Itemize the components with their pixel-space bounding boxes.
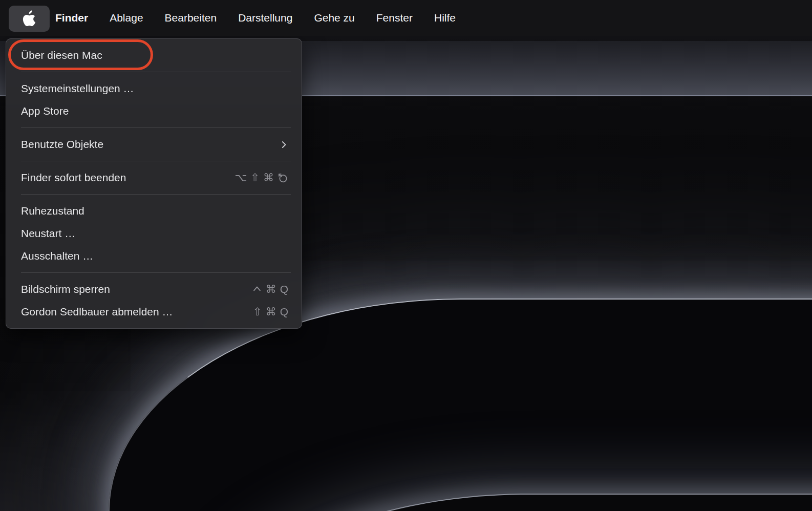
wallpaper-rounded-shape-inner	[221, 494, 812, 511]
shift-key-icon: ⇧	[253, 306, 262, 318]
menubar-item-darstellung[interactable]: Darstellung	[238, 12, 292, 24]
menu-separator	[21, 72, 291, 72]
menu-item-bildschirm-sperren[interactable]: Bildschirm sperren⌘Q	[6, 278, 302, 301]
command-key-icon: ⌘	[263, 172, 274, 184]
menu-item-app-store[interactable]: App Store	[6, 100, 302, 122]
menubar-item-hilfe[interactable]: Hilfe	[434, 12, 456, 24]
menu-item-label: Systemeinstellungen …	[21, 82, 288, 95]
menu-item-finder-sofort-beenden[interactable]: Finder sofort beenden⌥⇧⌘	[6, 166, 302, 189]
menu-separator	[21, 194, 291, 195]
shortcut-key: Q	[280, 283, 288, 295]
menu-item-gordon-sedlbauer-abmelden[interactable]: Gordon Sedlbauer abmelden …⇧⌘Q	[6, 301, 302, 323]
menubar-items: FinderAblageBearbeitenDarstellungGehe zu…	[55, 0, 456, 36]
menubar-item-bearbeiten[interactable]: Bearbeiten	[165, 12, 217, 24]
menu-item-shortcut: ⌘Q	[252, 283, 288, 295]
chevron-right-icon	[280, 140, 288, 149]
menu-item-shortcut: ⇧⌘Q	[253, 306, 288, 318]
menu-item-ausschalten[interactable]: Ausschalten …	[6, 245, 302, 267]
menubar-item-ablage[interactable]: Ablage	[110, 12, 143, 24]
menu-item-label: Finder sofort beenden	[21, 172, 234, 184]
menu-item-label: Benutzte Objekte	[21, 138, 280, 151]
menu-item-benutzte-objekte[interactable]: Benutzte Objekte	[6, 133, 302, 156]
command-key-icon: ⌘	[266, 306, 276, 318]
menubar-item-finder[interactable]: Finder	[55, 12, 88, 24]
menu-item-label: App Store	[21, 105, 288, 117]
menu-item-label: Neustart …	[21, 227, 288, 240]
menubar-item-gehe-zu[interactable]: Gehe zu	[314, 12, 354, 24]
apple-logo-icon	[23, 10, 36, 27]
apple-menu-button[interactable]	[9, 6, 50, 32]
menubar-item-fenster[interactable]: Fenster	[376, 12, 413, 24]
command-key-icon: ⌘	[266, 283, 276, 295]
apple-menu-panel: Über diesen MacSystemeinstellungen …App …	[6, 38, 302, 329]
menu-separator	[21, 161, 291, 161]
menu-item-neustart[interactable]: Neustart …	[6, 222, 302, 245]
menu-separator	[21, 127, 291, 128]
option-key-icon: ⌥	[234, 172, 247, 184]
menu-item-label: Bildschirm sperren	[21, 283, 252, 295]
menu-separator	[21, 272, 291, 273]
menu-bar: FinderAblageBearbeitenDarstellungGehe zu…	[0, 0, 812, 36]
menu-item-label: Ruhezustand	[21, 205, 288, 217]
escape-key-icon	[277, 173, 288, 183]
shortcut-key: Q	[280, 306, 288, 318]
menu-item-label: Gordon Sedlbauer abmelden …	[21, 306, 253, 318]
menu-item-über-diesen-mac[interactable]: Über diesen Mac	[6, 44, 302, 67]
menu-item-systemeinstellungen[interactable]: Systemeinstellungen …	[6, 77, 302, 100]
menu-item-shortcut: ⌥⇧⌘	[234, 172, 288, 184]
menu-item-label: Über diesen Mac	[21, 49, 288, 61]
menu-item-label: Ausschalten …	[21, 250, 288, 262]
menu-item-ruhezustand[interactable]: Ruhezustand	[6, 200, 302, 222]
shift-key-icon: ⇧	[250, 172, 260, 184]
control-key-icon	[252, 284, 262, 294]
